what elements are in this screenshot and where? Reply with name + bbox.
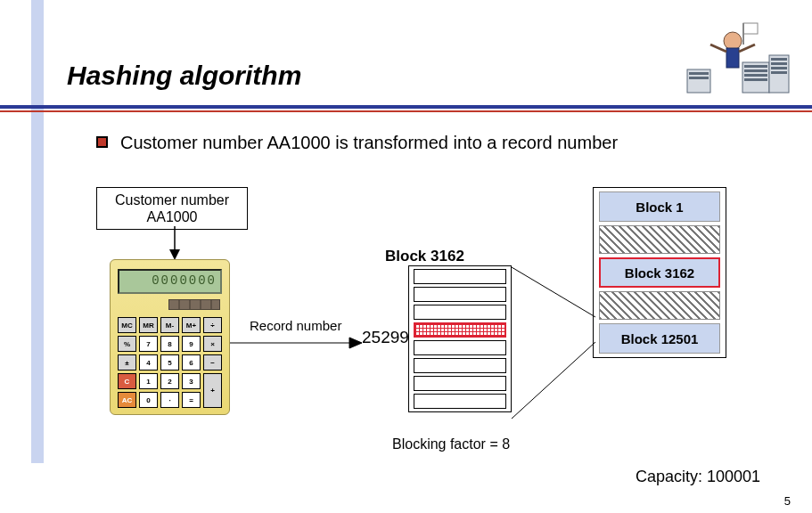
slot xyxy=(414,269,506,284)
calculator-illustration: 0000000 MCMRM-M+÷%789×±456−C123+AC0·= xyxy=(110,259,230,415)
calc-key: % xyxy=(118,336,136,352)
calc-key: = xyxy=(182,392,201,408)
calc-key: 2 xyxy=(160,373,179,389)
storage-ellipsis xyxy=(599,291,720,320)
svg-rect-2 xyxy=(744,69,767,72)
svg-line-16 xyxy=(739,45,755,52)
calc-key: 4 xyxy=(139,354,158,370)
svg-rect-3 xyxy=(744,74,767,77)
connector-bottom xyxy=(512,267,597,435)
connector-top xyxy=(512,265,597,433)
svg-line-15 xyxy=(710,45,726,52)
calculator-screen: 0000000 xyxy=(118,269,222,294)
calculator-digits: 0000000 xyxy=(152,273,217,288)
calc-key: 6 xyxy=(182,354,201,370)
svg-rect-12 xyxy=(689,77,709,79)
svg-point-13 xyxy=(724,32,742,50)
rule-thick xyxy=(0,105,812,109)
block-3162-slots xyxy=(408,265,512,412)
calc-key: AC xyxy=(118,392,136,408)
arrow-down-icon xyxy=(168,226,182,260)
calc-key: 9 xyxy=(182,336,201,352)
svg-rect-4 xyxy=(744,78,767,81)
calc-key: − xyxy=(203,354,222,370)
record-number-value: 25299 xyxy=(362,328,409,347)
storage-block-3162: Block 3162 xyxy=(599,257,720,288)
arrow-right-calc xyxy=(230,335,362,351)
calc-key: MC xyxy=(118,317,136,333)
calc-key: 7 xyxy=(139,336,158,352)
calc-key: ÷ xyxy=(203,317,222,333)
calc-key: M- xyxy=(160,317,179,333)
bullet-text: Customer number AA1000 is transformed in… xyxy=(120,132,618,154)
svg-rect-8 xyxy=(771,67,787,69)
svg-rect-11 xyxy=(689,72,709,75)
storage-column: Block 1 Block 3162 Block 12501 xyxy=(593,187,726,358)
block-3162-label: Block 3162 xyxy=(385,248,464,265)
customer-box-line1: Customer number xyxy=(115,192,229,208)
slide-title: Hashing algorithm xyxy=(67,61,301,91)
bullet-row: Customer number AA1000 is transformed in… xyxy=(96,132,631,154)
customer-box-line2: AA1000 xyxy=(147,209,198,224)
blocking-factor-label: Blocking factor = 8 xyxy=(392,436,510,452)
calc-key: 3 xyxy=(182,373,201,389)
svg-rect-6 xyxy=(771,58,787,61)
svg-marker-22 xyxy=(349,338,362,348)
svg-line-23 xyxy=(512,267,595,317)
calc-key: MR xyxy=(139,317,158,333)
clipart-papers-icon xyxy=(684,18,791,102)
slot xyxy=(414,394,506,409)
slot xyxy=(414,376,506,391)
left-accent-bar xyxy=(31,0,44,463)
svg-rect-17 xyxy=(743,23,758,34)
calc-key: 1 xyxy=(139,373,158,389)
svg-rect-1 xyxy=(744,65,767,68)
bullet-square-icon xyxy=(96,136,108,148)
calc-key: M+ xyxy=(182,317,201,333)
customer-number-box: Customer number AA1000 xyxy=(96,187,248,230)
slot xyxy=(414,340,506,355)
svg-rect-9 xyxy=(771,71,787,74)
calculator-solar-icon xyxy=(168,299,220,310)
svg-rect-7 xyxy=(771,62,787,65)
svg-rect-14 xyxy=(726,48,739,68)
page-number: 5 xyxy=(784,494,791,508)
calc-key: + xyxy=(203,373,222,408)
slot-highlighted xyxy=(414,322,506,338)
calculator-keys: MCMRM-M+÷%789×±456−C123+AC0·= xyxy=(118,317,222,407)
storage-block-last: Block 12501 xyxy=(599,323,720,354)
slot xyxy=(414,287,506,302)
record-number-label: Record number xyxy=(250,318,341,333)
slot xyxy=(414,305,506,320)
svg-line-24 xyxy=(512,342,595,419)
rule-thin xyxy=(0,110,812,112)
calc-key: 8 xyxy=(160,336,179,352)
calc-key: ± xyxy=(118,354,136,370)
storage-ellipsis xyxy=(599,225,720,254)
calc-key: 5 xyxy=(160,354,179,370)
slot xyxy=(414,358,506,373)
calc-key: 0 xyxy=(139,392,158,408)
calc-key: × xyxy=(203,336,222,352)
capacity-label: Capacity: 100001 xyxy=(636,468,760,486)
calc-key: · xyxy=(160,392,179,408)
storage-block-1: Block 1 xyxy=(599,191,720,222)
calc-key: C xyxy=(118,373,136,389)
